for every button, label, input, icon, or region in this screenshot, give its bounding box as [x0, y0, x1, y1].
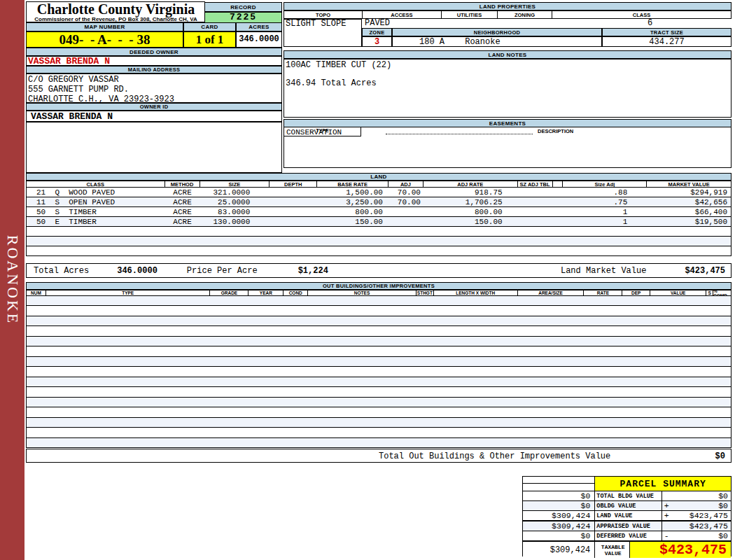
land-empty-row	[27, 227, 731, 237]
land-size: 83.0000	[200, 208, 270, 216]
map-number-value: 049- - A- - - 38	[26, 31, 183, 48]
land-properties-header: LAND PROPERTIES	[284, 2, 732, 10]
neighborhood-name: Roanoke	[465, 37, 500, 47]
out-building-empty-row	[27, 438, 731, 448]
land-row-4: 50 E TIMBER ACRE 130.0000 150.00 150.00 …	[27, 217, 731, 227]
land-base-rate: 3,250.00	[317, 198, 388, 206]
out-buildings-total-value: $0	[715, 451, 725, 461]
easements-columns: TYPE CONSERVATION DESCRIPTION	[284, 127, 732, 136]
neighborhood-label: NEIGHBORHOOD	[392, 28, 602, 36]
land-market-value-label: Land Market Value	[561, 266, 646, 276]
tract-size-value: 434.277	[602, 36, 732, 47]
land-col-sz-adj-tbl: SZ ADJ TBL	[518, 181, 553, 187]
land-market-value: $42,656	[647, 198, 731, 206]
summary-amount: $423,475	[673, 511, 731, 520]
land-note-line-2: 346.94 Total Acres	[286, 79, 731, 88]
map-number-label: MAP NUMBER	[26, 22, 183, 31]
record-value: 7225	[204, 12, 282, 23]
land-base-rate: 150.00	[317, 218, 388, 226]
ob-col-pct-comp: % COMP	[713, 290, 731, 295]
easement-description-label: DESCRIPTION	[538, 128, 573, 134]
land-row-1: 21 Q WOOD PAVED ACRE 321.0000 1,500.00 7…	[27, 188, 731, 197]
land-col-adj: ADJ	[388, 181, 424, 187]
total-acres-label: Total Acres	[34, 266, 89, 276]
address-line-1: C/O GREGORY VASSAR	[28, 75, 281, 85]
land-market-value: $66,400	[647, 208, 731, 216]
acres-label: ACRES	[236, 22, 282, 31]
summary-label: LAND VALUE	[595, 511, 662, 520]
out-building-empty-row	[27, 326, 731, 336]
out-building-empty-row	[27, 357, 731, 367]
summary-label: OBLDG VALUE	[595, 501, 662, 510]
ob-col-length-width: LENGTH X WIDTH	[434, 290, 518, 295]
zone-value: 3	[362, 36, 392, 47]
out-building-empty-row	[27, 337, 731, 346]
owner-id-label: OWNER ID	[26, 103, 282, 111]
summary-row-total-bldg: $0 TOTAL BLDG VALUE $0	[523, 491, 731, 500]
land-adj-rate: 1,706.25	[424, 198, 518, 206]
summary-label: DEFERRED VALUE	[595, 531, 662, 540]
mailing-address-block: C/O GREGORY VASSAR 555 GARNETT PUMP RD. …	[26, 74, 282, 103]
card-label: CARD	[183, 22, 236, 31]
summary-row-land: $309,424 LAND VALUE + $423,475	[523, 510, 731, 520]
county-header: Charlotte County Virginia Commissioner o…	[26, 1, 205, 22]
zone-label: ZONE	[362, 28, 392, 36]
land-col-size: SIZE	[200, 181, 270, 187]
neighborhood-code: 180 A	[419, 37, 444, 47]
ob-col-sthgt: STHGT	[416, 290, 434, 295]
land-col-adj-rate: ADJ RATE	[424, 181, 518, 187]
acres-value: 346.0000	[236, 31, 282, 48]
summary-left-value: $0	[523, 491, 595, 500]
land-adj-rate: 800.00	[424, 208, 518, 216]
deeded-owner-label: DEEDED OWNER	[26, 48, 282, 56]
summary-row-appraised: $309,424 APPRAISED VALUE $423,475	[523, 520, 731, 531]
card-value: 1 of 1	[183, 31, 236, 48]
summary-row-deferred: $0 DEFERRED VALUE - $0	[523, 531, 731, 540]
ob-col-s: S	[706, 290, 713, 295]
land-size: 130.0000	[200, 218, 270, 226]
land-col-base-rate: BASE RATE	[317, 181, 388, 187]
land-notes-box: 100AC TIMBER CUT (22) 346.94 Total Acres	[284, 59, 732, 118]
land-base-rate: 800.00	[317, 208, 388, 216]
land-size-adj: 1	[563, 218, 647, 226]
land-market-value: $294,919	[647, 188, 731, 197]
land-size: 321.0000	[200, 188, 270, 197]
land-class: 11 S OPEN PAVED	[27, 198, 165, 206]
summary-value: - $0	[662, 531, 731, 540]
summary-row-taxable: $309,424 TAXABLE VALUE $423,475	[523, 540, 731, 558]
out-buildings-header: OUT BUILDINGS/OTHER IMPROVEMENTS	[26, 282, 732, 290]
summary-label: APPRAISED VALUE	[595, 522, 662, 531]
parcel-summary-header-spacer	[523, 477, 595, 491]
out-building-empty-row	[27, 398, 731, 407]
land-size-adj: 1	[563, 208, 647, 216]
ob-col-area-size: AREA/SIZE	[518, 290, 584, 295]
land-method: ACRE	[165, 188, 200, 197]
taxable-label: TAXABLE VALUE	[595, 542, 630, 558]
out-building-empty-row	[27, 316, 731, 326]
land-col-class: CLASS	[27, 181, 165, 187]
land-properties-columns: TOPO ACCESS UTILITIES ZONING CLASS	[284, 10, 732, 19]
summary-operator: +	[662, 501, 673, 510]
land-note-line-1: 100AC TIMBER CUT (22)	[286, 61, 731, 70]
record-label: RECORD	[204, 2, 282, 12]
land-col-blank	[553, 181, 564, 187]
summary-amount: $0	[673, 501, 731, 510]
ob-col-value: VALUE	[650, 290, 706, 295]
summary-value: $0	[662, 491, 731, 500]
land-adj: 70.00	[388, 198, 424, 206]
summary-left-value: $309,424	[523, 511, 595, 520]
zoning-column-label: ZONING	[498, 11, 552, 18]
out-building-empty-row	[27, 428, 731, 438]
owner-id-value: VASSAR BRENDA N	[26, 111, 282, 122]
out-building-empty-row	[27, 407, 731, 417]
land-notes-header: LAND NOTES	[284, 50, 732, 59]
land-col-size-adj: Size Adj	[563, 181, 647, 187]
land-base-rate: 1,500.00	[317, 188, 388, 197]
land-class: 50 E TIMBER	[27, 218, 165, 226]
land-method: ACRE	[165, 198, 200, 206]
summary-left-value: $0	[523, 531, 595, 540]
parcel-summary-header: PARCEL SUMMARY	[523, 477, 731, 491]
land-table-rows: 21 Q WOOD PAVED ACRE 321.0000 1,500.00 7…	[26, 188, 732, 256]
deeded-owner-value: VASSAR BRENDA N	[26, 56, 282, 66]
access-column-label: ACCESS	[363, 11, 442, 18]
